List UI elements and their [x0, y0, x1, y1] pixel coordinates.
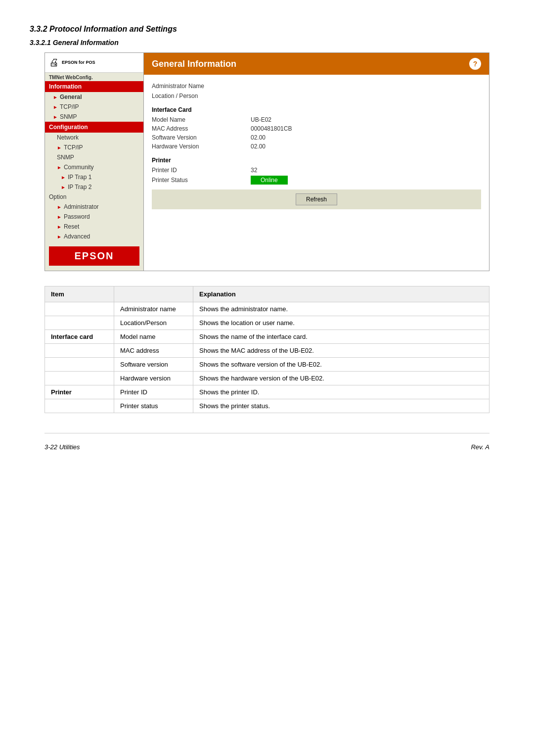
mac-value: 0000481801CB — [251, 125, 292, 132]
sidebar-item-iptrap2[interactable]: ► IP Trap 2 — [45, 182, 143, 192]
information-header: Information — [45, 81, 143, 92]
table-row: Printer statusShows the printer status. — [45, 399, 490, 413]
interface-card-label: Interface Card — [152, 106, 481, 113]
table-cell-header: Printer — [45, 385, 114, 399]
table-cell-item: Printer ID — [114, 385, 193, 399]
col-explanation: Explanation — [193, 286, 490, 302]
sidebar-item-snmp-info[interactable]: ► SNMP — [45, 112, 143, 122]
software-row: Software Version 02.00 — [152, 134, 481, 141]
admin-name-row: Administrator Name — [152, 83, 481, 90]
table-cell-header: Interface card — [45, 330, 114, 344]
table-row: Software versionShows the software versi… — [45, 358, 490, 372]
printer-id-label: Printer ID — [152, 167, 251, 174]
table-cell-item: Administrator name — [114, 302, 193, 316]
software-value: 02.00 — [251, 134, 266, 141]
footer-right: Rev. A — [471, 443, 490, 451]
table-cell-explanation: Shows the administrator name. — [193, 302, 490, 316]
table-cell-explanation: Shows the hardware version of the UB-E02… — [193, 372, 490, 385]
sidebar-label-reset: Reset — [64, 223, 79, 230]
arrow-icon: ► — [53, 94, 58, 100]
epson-logo-sidebar: EPSON — [49, 246, 139, 266]
option-label: Option — [45, 192, 143, 202]
sidebar-label-iptrap1: IP Trap 1 — [68, 174, 91, 181]
sidebar-item-advanced[interactable]: ► Advanced — [45, 232, 143, 241]
hardware-value: 02.00 — [251, 143, 266, 150]
arrow-icon: ► — [57, 145, 62, 150]
main-content: General Information ? Administrator Name… — [144, 53, 489, 271]
sidebar-logo-area: 🖨 EPSON for POS — [45, 53, 143, 73]
model-name-value: UB-E02 — [251, 116, 271, 123]
table-cell-header — [45, 358, 114, 372]
sidebar-label-snmp-info: SNMP — [60, 113, 77, 120]
sidebar-item-network[interactable]: Network — [45, 133, 143, 142]
page-title: General Information — [152, 59, 236, 69]
col-item2 — [114, 286, 193, 302]
table-cell-item: Location/Person — [114, 316, 193, 330]
info-table: Item Explanation Administrator nameShows… — [44, 286, 490, 413]
software-label: Software Version — [152, 134, 251, 141]
table-row: Hardware versionShows the hardware versi… — [45, 372, 490, 385]
printer-icon: 🖨 — [49, 57, 59, 68]
sidebar-label-community: Community — [64, 164, 94, 171]
table-cell-explanation: Shows the MAC address of the UB-E02. — [193, 344, 490, 358]
mac-row: MAC Address 0000481801CB — [152, 125, 481, 132]
table-cell-item: Printer status — [114, 399, 193, 413]
hardware-row: Hardware Version 02.00 — [152, 143, 481, 150]
table-row: Administrator nameShows the administrato… — [45, 302, 490, 316]
table-cell-item: MAC address — [114, 344, 193, 358]
sub-title: 3.3.2.1 General Information — [30, 39, 504, 47]
model-name-row: Model Name UB-E02 — [152, 116, 481, 123]
mac-label: MAC Address — [152, 125, 251, 132]
page-header: General Information ? — [144, 53, 489, 75]
table-cell-header — [45, 399, 114, 413]
footer-left: 3-22 Utilities — [44, 443, 80, 451]
table-cell-header — [45, 372, 114, 385]
sidebar-item-tcpip-info[interactable]: ► TCP/IP — [45, 102, 143, 112]
sidebar-item-tcpip-config[interactable]: ► TCP/IP — [45, 142, 143, 152]
sidebar-label-tcpip-config: TCP/IP — [64, 144, 83, 151]
page-footer: 3-22 Utilities Rev. A — [44, 433, 490, 451]
sidebar-label-password: Password — [64, 213, 90, 220]
table-cell-explanation: Shows the software version of the UB-E02… — [193, 358, 490, 372]
refresh-bar: Refresh — [152, 189, 481, 209]
sidebar-label-general: General — [60, 94, 82, 100]
table-row: Location/PersonShows the location or use… — [45, 316, 490, 330]
arrow-icon: ► — [57, 224, 62, 230]
table-cell-explanation: Shows the printer ID. — [193, 385, 490, 399]
table-cell-header — [45, 344, 114, 358]
sidebar-item-community[interactable]: ► Community — [45, 162, 143, 172]
sidebar-item-iptrap1[interactable]: ► IP Trap 1 — [45, 172, 143, 182]
location-row: Location / Person — [152, 93, 481, 99]
arrow-icon: ► — [57, 214, 62, 220]
model-name-label: Model Name — [152, 116, 251, 123]
refresh-button[interactable]: Refresh — [296, 193, 337, 205]
arrow-icon: ► — [57, 204, 62, 210]
tmnet-label: TMNet WebConfig. — [45, 73, 143, 81]
printer-status-row: Printer Status Online — [152, 176, 481, 185]
sidebar-item-admin[interactable]: ► Administrator — [45, 202, 143, 212]
epson-small-text: EPSON for POS — [62, 60, 95, 65]
sidebar-item-snmp-config[interactable]: SNMP — [45, 152, 143, 162]
printer-id-value: 32 — [251, 167, 257, 174]
content-body: Administrator Name Location / Person Int… — [144, 75, 489, 217]
sidebar-label-admin: Administrator — [64, 203, 99, 210]
sidebar-label-iptrap2: IP Trap 2 — [68, 184, 91, 190]
table-cell-item: Hardware version — [114, 372, 193, 385]
arrow-icon: ► — [61, 185, 66, 190]
arrow-icon: ► — [61, 175, 66, 180]
arrow-icon: ► — [53, 114, 58, 120]
printer-status-label: Printer Status — [152, 177, 251, 184]
printer-section-label: Printer — [152, 157, 481, 164]
sidebar-item-reset[interactable]: ► Reset — [45, 222, 143, 232]
help-button[interactable]: ? — [469, 58, 481, 70]
configuration-header: Configuration — [45, 122, 143, 133]
sidebar-label-advanced: Advanced — [64, 233, 90, 240]
sidebar-item-general[interactable]: ► General — [45, 92, 143, 102]
arrow-icon: ► — [53, 104, 58, 110]
browser-window: 🖨 EPSON for POS TMNet WebConfig. Informa… — [44, 52, 490, 271]
table-cell-explanation: Shows the printer status. — [193, 399, 490, 413]
sidebar: 🖨 EPSON for POS TMNet WebConfig. Informa… — [45, 53, 144, 271]
sidebar-item-password[interactable]: ► Password — [45, 212, 143, 222]
table-row: Interface cardModel nameShows the name o… — [45, 330, 490, 344]
col-item: Item — [45, 286, 114, 302]
